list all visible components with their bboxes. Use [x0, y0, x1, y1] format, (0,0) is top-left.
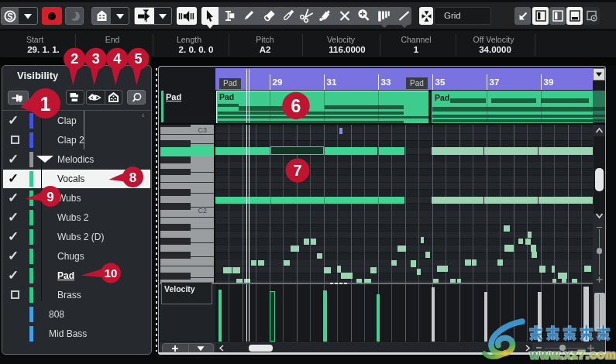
svg-text:www.xz7.com: www.xz7.com: [529, 348, 616, 361]
